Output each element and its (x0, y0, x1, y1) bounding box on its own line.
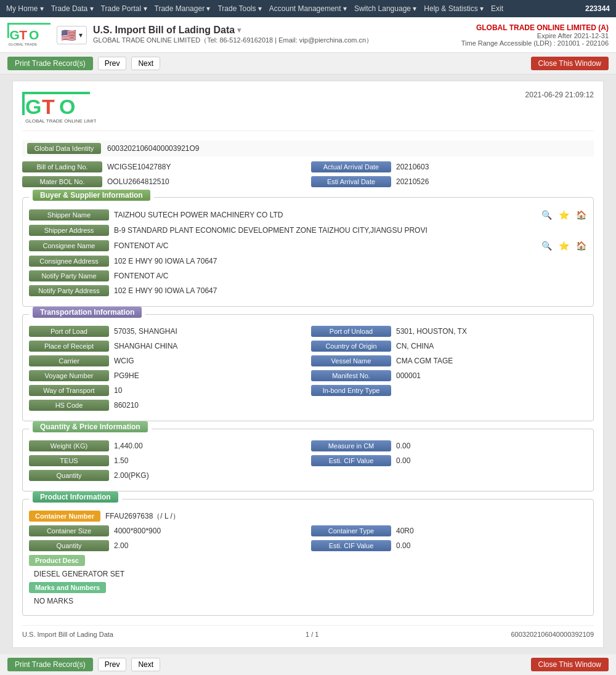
teus-cif-row: TEUS 1.50 Esti. CIF Value 0.00 (29, 455, 587, 466)
notify-party-address-label: Notify Party Address (29, 285, 109, 296)
transportation-title: Transportation Information (29, 308, 145, 317)
svg-rect-11 (22, 92, 90, 94)
measure-label: Measure in CM (311, 440, 391, 451)
port-unload-col: Port of Unload 5301, HOUSTON, TX (311, 326, 587, 337)
consignee-name-value: FONTENOT A/C (114, 241, 535, 250)
port-load-unload-row: Port of Load 57035, SHANGHAI Port of Unl… (29, 326, 587, 337)
actual-arrival-col: Actual Arrival Date 20210603 (311, 161, 594, 172)
country-origin-col: Country of Origin CN, CHINA (311, 341, 587, 352)
search-icon-shipper[interactable]: 🔍 (540, 209, 553, 221)
nav-exit[interactable]: Exit (491, 4, 503, 13)
bol-value: WCIGSE1042788Y (107, 163, 305, 171)
main-document: G T O GLOBAL TRADE ONLINE LIMITED 2021-0… (12, 81, 604, 648)
esti-cif-label: Esti. CIF Value (311, 455, 391, 466)
nav-account-management[interactable]: Account Management ▾ (269, 4, 347, 13)
print-button-bottom[interactable]: Print Trade Record(s) (7, 658, 93, 671)
company-name-right: GLOBAL TRADE ONLINE LIMITED (A) (461, 23, 609, 32)
svg-text:G: G (25, 95, 41, 118)
way-transport-col: Way of Transport 10 (29, 385, 305, 396)
voyage-label: Voyage Number (29, 370, 109, 381)
bol-arrival-row: Bill of Lading No. WCIGSE1042788Y Actual… (22, 161, 594, 172)
container-type-label: Container Type (311, 525, 391, 536)
nav-trade-manager[interactable]: Trade Manager ▾ (155, 4, 211, 13)
prod-qty-value: 2.00 (114, 541, 305, 550)
close-button-bottom[interactable]: Close This Window (531, 658, 609, 671)
nav-switch-language[interactable]: Switch Language ▾ (354, 4, 416, 13)
home-icon-consignee[interactable]: 🏠 (575, 240, 587, 252)
notify-party-name-label: Notify Party Name (29, 270, 109, 281)
doc-datetime: 2021-06-29 21:09:12 (525, 91, 594, 99)
way-transport-value: 10 (114, 386, 305, 395)
carrier-label: Carrier (29, 355, 109, 366)
notify-party-address-row: Notify Party Address 102 E HWY 90 IOWA L… (29, 285, 587, 296)
qty-row: Quantity 2.00(PKG) (29, 470, 587, 481)
global-data-value: 60032021060400003921O9 (107, 144, 199, 153)
bol-col: Bill of Lading No. WCIGSE1042788Y (22, 161, 305, 172)
language-selector[interactable]: 🇺🇸 ▾ (57, 26, 87, 44)
document-footer: U.S. Import Bill of Lading Data 1 / 1 60… (22, 625, 594, 638)
page-header: G T O GLOBAL TRADE 🇺🇸 ▾ U.S. Import Bill… (0, 17, 616, 53)
notify-party-address-value: 102 E HWY 90 IOWA LA 70647 (114, 286, 587, 295)
port-unload-value: 5301, HOUSTON, TX (396, 327, 587, 336)
qty-label: Quantity (29, 470, 109, 481)
qty-value: 2.00(PKG) (114, 471, 587, 480)
footer-title: U.S. Import Bill of Lading Data (22, 631, 113, 638)
teus-value: 1.50 (114, 456, 305, 465)
in-bond-label: In-bond Entry Type (311, 385, 391, 396)
footer-id: 6003202106040000392109 (511, 631, 594, 638)
in-bond-col: In-bond Entry Type (311, 385, 587, 396)
weight-label: Weight (KG) (29, 440, 109, 451)
top-navigation: My Home ▾ Trade Data ▾ Trade Portal ▾ Tr… (0, 0, 616, 17)
prev-button-bottom[interactable]: Prev (98, 658, 127, 671)
document-header: G T O GLOBAL TRADE ONLINE LIMITED 2021-0… (22, 91, 594, 131)
header-left: G T O GLOBAL TRADE 🇺🇸 ▾ U.S. Import Bill… (7, 21, 373, 49)
nav-trade-data[interactable]: Trade Data ▾ (51, 4, 94, 13)
nav-my-home[interactable]: My Home ▾ (6, 4, 44, 13)
hs-code-label: HS Code (29, 400, 109, 411)
title-arrow: ▾ (237, 26, 241, 34)
search-icon-consignee[interactable]: 🔍 (540, 240, 553, 252)
product-desc-row: Product Desc (29, 555, 587, 566)
consignee-name-label: Consignee Name (29, 240, 109, 251)
voyage-col: Voyage Number PG9HE (29, 370, 305, 381)
transport-type-row: Way of Transport 10 In-bond Entry Type (29, 385, 587, 396)
esti-arrival-value: 20210526 (396, 177, 594, 186)
bol-label: Bill of Lading No. (22, 161, 102, 172)
nav-trade-tools[interactable]: Trade Tools ▾ (217, 4, 261, 13)
esti-arrival-label: Esti Arrival Date (311, 176, 391, 187)
port-load-col: Port of Load 57035, SHANGHAI (29, 326, 305, 337)
esti-arrival-col: Esti Arrival Date 20210526 (311, 176, 594, 187)
carrier-col: Carrier WCIG (29, 355, 305, 366)
quantity-badge: Quantity & Price Information (33, 421, 148, 432)
home-icon-shipper[interactable]: 🏠 (575, 209, 587, 221)
consignee-name-row: Consignee Name FONTENOT A/C 🔍 ⭐ 🏠 (29, 240, 587, 252)
port-unload-label: Port of Unload (311, 326, 391, 337)
marks-row: Marks and Numbers (29, 582, 587, 593)
star-icon-shipper[interactable]: ⭐ (557, 209, 570, 221)
port-load-value: 57035, SHANGHAI (114, 327, 305, 336)
next-button-bottom[interactable]: Next (131, 658, 160, 671)
voyage-manifest-row: Voyage Number PG9HE Manifest No. 000001 (29, 370, 587, 381)
product-desc-value-row: DIESEL GENERATOR SET (29, 570, 587, 578)
weight-value: 1,440.00 (114, 442, 305, 450)
container-size-type-row: Container Size 4000*800*900 Container Ty… (29, 525, 587, 536)
close-button-top[interactable]: Close This Window (531, 57, 609, 70)
product-section: Product Information Container Number FFA… (22, 499, 594, 616)
next-button-top[interactable]: Next (131, 57, 160, 70)
voyage-value: PG9HE (114, 371, 305, 380)
footer-pages: 1 / 1 (306, 631, 318, 638)
carrier-vessel-row: Carrier WCIG Vessel Name CMA CGM TAGE (29, 355, 587, 366)
actual-arrival-value: 20210603 (396, 163, 594, 171)
carrier-value: WCIG (114, 357, 305, 365)
product-desc-value: DIESEL GENERATOR SET (34, 570, 587, 578)
transport-badge: Transportation Information (33, 307, 142, 318)
nav-trade-portal[interactable]: Trade Portal ▾ (101, 4, 147, 13)
mater-bol-row: Mater BOL No. OOLU2664812510 Esti Arriva… (22, 176, 594, 187)
nav-help-statistics[interactable]: Help & Statistics ▾ (424, 4, 484, 13)
container-type-value: 40R0 (396, 527, 587, 535)
star-icon-consignee[interactable]: ⭐ (557, 240, 570, 252)
prod-qty-col: Quantity 2.00 (29, 540, 305, 551)
print-button-top[interactable]: Print Trade Record(s) (7, 57, 93, 70)
prev-button-top[interactable]: Prev (98, 57, 127, 70)
hs-code-row: HS Code 860210 (29, 400, 587, 411)
